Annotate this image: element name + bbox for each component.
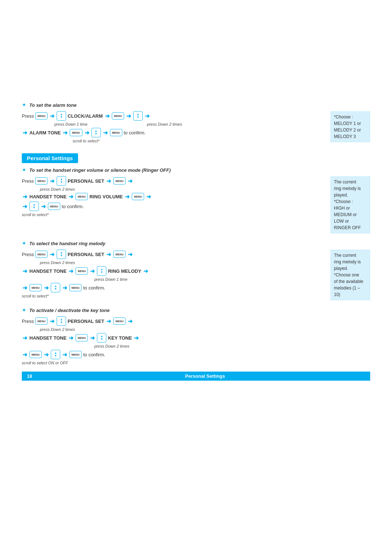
ringer-ring-volume: RING VOLUME [89,194,123,199]
keytone-arrow10: ➜ [62,351,67,358]
alarm-steps: Press MENU ➜ ▲ ▼ CLOCK/ALARM ➜ MENU ➜ ▲ [22,111,326,145]
ringer-title: ✦ To set the handset ringer volume or si… [22,167,370,173]
clock-alarm-label: CLOCK/ALARM [68,113,103,119]
ringer-steps: Press MENU ➜ ▲ ▼ PERSONAL SET ➜ MENU ➜ p [22,176,326,218]
content-area: ✦ To set the alarm tone Press MENU ➜ ▲ ▼… [22,102,370,381]
alarm-section: ✦ To set the alarm tone Press MENU ➜ ▲ ▼… [22,102,370,145]
melody-arrow2: ➜ [106,251,111,258]
ringer-arrow2: ➜ [106,178,111,185]
melody-personal-set: PERSONAL SET [68,252,104,257]
melody-scroll2[interactable]: ▲ ▼ [97,266,106,276]
melody-arrow7: ➜ [143,268,148,275]
keytone-title: ✦ To activate / deactivate the key tone [22,307,370,313]
ringer-step-row3: ➜ ▲ ▼ ➜ MENU to confirm. [22,202,326,211]
alarm-sub2: press Down 2 times [147,122,182,126]
scroll-btn-1[interactable]: ▲ ▼ [57,111,66,121]
keytone-sub2: press Down 2 times [94,344,130,348]
keytone-arrow3: ➜ [128,318,132,325]
keytone-scroll1[interactable]: ▲ ▼ [57,316,66,326]
keytone-menu-btn2[interactable]: MENU [113,317,126,325]
keytone-arrow4: ➜ [23,335,27,341]
ringer-row-with-info: Press MENU ➜ ▲ ▼ PERSONAL SET ➜ MENU ➜ p [22,176,370,234]
melody-menu-btn1[interactable]: MENU [35,251,48,258]
ringer-menu-btn4[interactable]: MENU [132,193,144,200]
bullet-3: ✦ [22,240,26,246]
keytone-arrow6: ➜ [90,335,95,341]
melody-row2-sub: press Down 1 time [22,277,326,281]
keytone-menu-btn4[interactable]: MENU [29,351,42,358]
alarm-row-with-info: Press MENU ➜ ▲ ▼ CLOCK/ALARM ➜ MENU ➜ ▲ [22,111,370,145]
ringer-title-text: To set the handset ringer volume or sile… [29,167,171,173]
melody-sub2: press Down 1 time [94,277,127,281]
arrow-1: ➜ [50,113,54,119]
alarm-scroll-sub: scroll to select* [73,139,99,143]
arrow-7: ➜ [85,129,89,136]
ringer-scroll2[interactable]: ▲ ▼ [29,202,39,211]
keytone-arrow9: ➜ [44,351,49,358]
ringer-scroll1[interactable]: ▲ ▼ [57,176,66,186]
keytone-menu-btn3[interactable]: MENU [75,334,88,341]
ringer-personal-set: PERSONAL SET [68,178,104,184]
ringer-handset-tone: HANDSET TONE [29,194,66,199]
melody-menu-btn5[interactable]: MENU [69,284,82,291]
alarm-step-row1: Press MENU ➜ ▲ ▼ CLOCK/ALARM ➜ MENU ➜ ▲ [22,111,326,121]
footer-page-num: 18 [27,373,38,379]
menu-btn-1[interactable]: MENU [35,112,48,119]
keytone-personal-set: PERSONAL SET [68,319,104,324]
ringer-menu-btn5[interactable]: MENU [48,203,60,210]
keytone-row3-sub: scroll to select ON or OFF [22,361,370,365]
melody-arrow5: ➜ [69,268,73,275]
melody-scroll3[interactable]: ▲ ▼ [51,283,60,292]
melody-arrow4: ➜ [23,268,27,275]
melody-handset-tone: HANDSET TONE [29,268,66,274]
menu-btn-4[interactable]: MENU [110,129,122,136]
menu-btn-3[interactable]: MENU [70,129,82,136]
arrow-8: ➜ [103,129,108,136]
keytone-arrow1: ➜ [50,318,54,325]
ringer-step-row2: ➜ HANDSET TONE ➜ MENU RING VOLUME ➜ MENU… [22,193,326,200]
ringer-volume-block: ✦ To set the handset ringer volume or si… [22,167,370,234]
scroll-btn-3[interactable]: ▲ ▼ [91,128,101,137]
melody-scroll1[interactable]: ▲ ▼ [57,250,66,259]
footer-bar: 18 Personal Settings [22,372,370,381]
melody-menu-btn3[interactable]: MENU [75,267,88,275]
melody-menu-btn4[interactable]: MENU [29,284,42,291]
melody-confirm: to confirm. [83,285,105,291]
keytone-menu-btn1[interactable]: MENU [35,317,48,325]
scroll-btn-2[interactable]: ▲ ▼ [133,111,143,121]
melody-arrow8: ➜ [23,284,27,291]
ringer-menu-btn1[interactable]: MENU [35,177,48,185]
keytone-scroll2[interactable]: ▲ ▼ [97,333,106,343]
alarm-tone-label: ALARM TONE [29,130,61,135]
ringer-sub1: press Down 2 times [40,187,75,191]
alarm-info-box: *Choose : MELODY 1 or MELODY 2 or MELODY… [330,111,370,142]
melody-row-with-info: Press MENU ➜ ▲ ▼ PERSONAL SET ➜ MENU ➜ p [22,250,370,300]
ringer-arrow1: ➜ [50,178,54,185]
keytone-scroll-sub: scroll to select ON or OFF [22,361,68,365]
melody-sub1: press Down 2 times [40,260,75,265]
melody-menu-btn2[interactable]: MENU [113,251,126,258]
ringer-scroll-sub: scroll to select* [22,212,49,217]
keytone-step-row3: ➜ MENU ➜ ▲ ▼ ➜ MENU to confirm. [22,350,370,359]
bullet-icon: ✦ [22,102,26,108]
ringer-menu-btn2[interactable]: MENU [113,177,126,185]
menu-btn-2[interactable]: MENU [112,112,124,119]
melody-arrow6: ➜ [90,268,95,275]
footer-title: Personal Settings [45,373,365,379]
ringer-arrow6: ➜ [125,193,130,200]
keytone-steps: Press MENU ➜ ▲ ▼ PERSONAL SET ➜ MENU ➜ p… [22,316,370,365]
keytone-arrow8: ➜ [23,351,27,358]
page: ✦ To set the alarm tone Press MENU ➜ ▲ ▼… [0,0,392,555]
keytone-handset-tone: HANDSET TONE [29,335,66,341]
keytone-scroll3[interactable]: ▲ ▼ [51,350,60,359]
melody-step-row3: ➜ MENU ➜ ▲ ▼ ➜ MENU to confirm. [22,283,326,292]
alarm-title: ✦ To set the alarm tone [22,102,370,108]
melody-press-1: Press [22,252,34,257]
keytone-menu-btn5[interactable]: MENU [69,351,82,358]
ringer-menu-btn3[interactable]: MENU [75,193,88,200]
ring-melody-block: ✦ To select the handset ring melody Pres… [22,240,370,300]
melody-title-text: To select the handset ring melody [29,241,106,246]
ringer-arrow9: ➜ [41,203,46,210]
keytone-sub1: press Down 2 times [40,327,75,332]
bullet-4: ✦ [22,307,26,313]
